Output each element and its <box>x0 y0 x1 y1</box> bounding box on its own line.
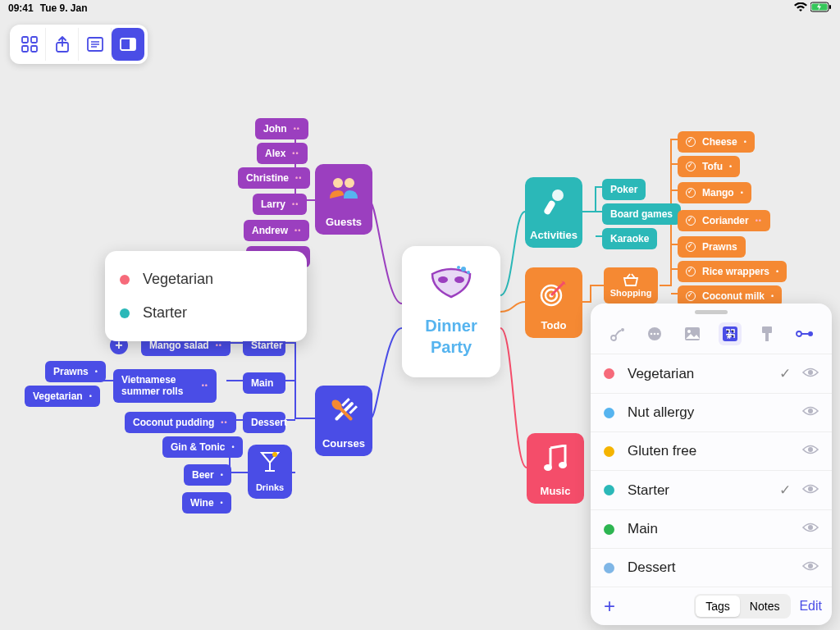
wifi-icon <box>794 2 807 15</box>
tooltip-row-vegetarian[interactable]: Vegetarian <box>120 262 292 296</box>
people-icon <box>327 176 360 206</box>
eye-icon[interactable] <box>802 366 819 382</box>
shop-prawns[interactable]: Prawns <box>678 236 746 258</box>
dot-icon <box>120 275 130 285</box>
check-icon: ✓ <box>779 482 791 499</box>
svg-point-43 <box>687 330 691 333</box>
svg-point-15 <box>454 276 464 283</box>
share-button[interactable] <box>46 28 79 61</box>
courses-label: Courses <box>322 437 365 450</box>
mic-icon <box>541 189 566 222</box>
activity-poker[interactable]: Poker <box>602 179 646 200</box>
svg-rect-4 <box>31 37 37 43</box>
guest-andrew[interactable]: Andrew <box>244 220 309 241</box>
guest-larry[interactable]: Larry <box>253 194 307 215</box>
drink-gin[interactable]: Gin & Tonic <box>162 436 243 458</box>
drink-beer[interactable]: Beer <box>184 464 231 486</box>
status-date: Tue 9. Jan <box>40 2 88 14</box>
svg-rect-47 <box>765 333 769 341</box>
eye-icon[interactable] <box>802 521 819 537</box>
branch-guests[interactable]: Guests <box>315 164 372 235</box>
branch-todo[interactable]: Todo <box>525 267 582 338</box>
eye-icon[interactable] <box>802 443 819 459</box>
shop-mango[interactable]: Mango <box>678 182 751 203</box>
panel-tab-connect[interactable] <box>606 322 629 345</box>
svg-rect-46 <box>762 326 772 333</box>
todo-shopping[interactable]: Shopping <box>604 267 658 304</box>
shop-rice-wrappers[interactable]: Rice wrappers <box>678 261 787 282</box>
tag-vegetarian[interactable]: Vegetarian <box>25 386 100 407</box>
center-node-dinner-party[interactable]: DinnerParty <box>402 246 500 377</box>
course-main[interactable]: Main <box>243 372 285 394</box>
panel-toggle-button[interactable] <box>112 28 144 61</box>
segment-notes[interactable]: Notes <box>740 596 790 617</box>
battery-icon <box>810 2 832 15</box>
activity-karaoke[interactable]: Karaoke <box>602 228 657 249</box>
svg-point-56 <box>808 564 813 568</box>
panel-tab-image[interactable] <box>681 322 704 345</box>
guest-john[interactable]: John <box>255 118 308 139</box>
apps-button[interactable] <box>13 28 46 61</box>
tag-row-vegetarian[interactable]: Vegetarian✓ <box>591 354 832 393</box>
course-dessert[interactable]: Dessert <box>243 412 285 433</box>
svg-text:#: # <box>727 331 732 340</box>
mask-icon <box>429 266 473 307</box>
guest-christine[interactable]: Christine <box>238 167 310 189</box>
panel-tab-more[interactable] <box>643 322 666 345</box>
eye-icon[interactable] <box>802 559 819 576</box>
tag-row-starter[interactable]: Starter✓ <box>591 470 832 509</box>
branch-courses[interactable]: Courses <box>315 386 372 456</box>
guest-alex[interactable]: Alex <box>257 143 308 164</box>
activities-label: Activities <box>530 229 578 241</box>
dot-icon <box>120 308 130 318</box>
svg-point-14 <box>438 276 448 283</box>
svg-point-29 <box>552 189 564 201</box>
panel-footer: + Tags Notes Edit <box>591 587 832 625</box>
drag-handle[interactable] <box>695 310 728 314</box>
tag-prawns[interactable]: Prawns <box>45 361 106 382</box>
branch-activities[interactable]: Activities <box>525 177 582 248</box>
add-tag-button[interactable]: + <box>604 595 615 618</box>
dish-summer-rolls[interactable]: Vietnamese summer rolls <box>113 369 217 403</box>
eye-icon[interactable] <box>802 482 819 499</box>
svg-point-20 <box>345 178 354 188</box>
tooltip-row-starter[interactable]: Starter <box>120 296 292 330</box>
shop-cheese[interactable]: Cheese <box>678 131 755 153</box>
svg-point-39 <box>651 333 653 336</box>
shop-tofu[interactable]: Tofu <box>678 156 740 177</box>
svg-rect-3 <box>22 37 28 43</box>
svg-point-53 <box>808 447 813 452</box>
tag-row-main[interactable]: Main <box>591 509 832 548</box>
dish-coconut-pudding[interactable]: Coconut pudding <box>125 412 236 433</box>
tag-row-nut-allergy[interactable]: Nut allergy <box>591 393 832 431</box>
status-bar: 09:41 Tue 9. Jan <box>0 0 840 16</box>
status-time: 09:41 <box>8 2 34 14</box>
cocktail-icon <box>260 451 280 477</box>
svg-point-28 <box>272 452 277 457</box>
svg-point-17 <box>467 271 470 274</box>
basket-icon <box>623 273 639 286</box>
check-icon: ✓ <box>779 365 791 382</box>
svg-point-19 <box>333 178 343 188</box>
svg-point-49 <box>808 331 813 336</box>
panel-tab-link[interactable] <box>793 322 816 345</box>
svg-point-41 <box>657 333 660 336</box>
segment-tags[interactable]: Tags <box>696 596 740 617</box>
eye-icon[interactable] <box>802 404 819 421</box>
svg-point-51 <box>808 370 813 375</box>
shop-coriander[interactable]: Coriander <box>678 210 770 231</box>
tag-row-dessert[interactable]: Dessert <box>591 548 832 587</box>
drink-wine[interactable]: Wine <box>182 492 231 514</box>
panel-tab-style[interactable] <box>756 322 778 345</box>
panel-tab-tags[interactable]: # <box>719 322 742 345</box>
svg-point-16 <box>461 267 466 272</box>
guests-label: Guests <box>326 216 362 228</box>
tag-row-gluten-free[interactable]: Gluten free <box>591 431 832 470</box>
outline-button[interactable] <box>79 28 112 61</box>
branch-music[interactable]: Music <box>527 433 584 504</box>
main-toolbar <box>10 25 148 64</box>
activity-boardgames[interactable]: Board games <box>602 203 681 225</box>
tag-tooltip: Vegetarian Starter <box>105 251 307 341</box>
course-drinks[interactable]: Drinks <box>248 445 292 499</box>
edit-button[interactable]: Edit <box>799 599 822 614</box>
